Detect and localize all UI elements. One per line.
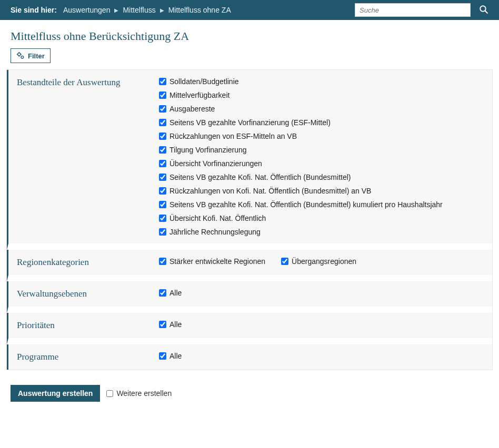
section-title: Bestandteile der Auswertung (17, 77, 159, 88)
checkbox-option[interactable]: Jährliche Rechnungslegung (159, 228, 484, 236)
option-checkbox[interactable] (159, 119, 166, 126)
option-checkbox[interactable] (281, 258, 288, 265)
checkbox-option[interactable]: Tilgung Vorfinanzierung (159, 146, 484, 154)
option-label: Übersicht Kofi. Nat. Öffentlich (169, 214, 266, 222)
option-label: Übergangsregionen (292, 257, 356, 266)
option-label: Rückzahlungen von Kofi. Nat. Öffentlich … (169, 187, 371, 195)
option-label: Solldaten/Budgetlinie (169, 77, 239, 86)
option-checkbox[interactable] (159, 352, 166, 360)
option-label: Ausgabereste (169, 105, 215, 113)
section-title: Programme (17, 352, 159, 362)
further-create-option[interactable]: Weitere erstellen (106, 389, 172, 398)
checkbox-option[interactable]: Stärker entwickelte Regionen (159, 257, 265, 266)
option-checkbox[interactable] (159, 133, 166, 140)
checkbox-option[interactable]: Rückzahlungen von ESF-Mitteln an VB (159, 132, 484, 140)
section-title: Prioritäten (17, 320, 159, 331)
section-programme: Programme Alle (7, 344, 492, 370)
option-checkbox[interactable] (159, 215, 166, 222)
filter-panel: Bestandteile der Auswertung Solldaten/Bu… (6, 69, 493, 370)
section-bestandteile: Bestandteile der Auswertung Solldaten/Bu… (7, 70, 492, 250)
page-title: Mittelfluss ohne Berücksichtigung ZA (0, 20, 499, 48)
option-checkbox[interactable] (159, 201, 166, 208)
checkbox-option[interactable]: Ausgabereste (159, 105, 484, 113)
option-checkbox[interactable] (159, 258, 166, 265)
section-regionen: Regionenkategorien Stärker entwickelte R… (7, 250, 492, 281)
search-icon (479, 5, 488, 14)
option-label: Alle (169, 289, 182, 297)
option-checkbox[interactable] (159, 321, 166, 328)
filter-button-label: Filter (28, 52, 45, 60)
option-checkbox[interactable] (159, 146, 166, 154)
section-title: Verwaltungsebenen (17, 289, 159, 299)
checkbox-option[interactable]: Übergangsregionen (281, 257, 356, 266)
option-checkbox[interactable] (159, 187, 166, 195)
further-create-checkbox[interactable] (106, 390, 113, 397)
option-checkbox[interactable] (159, 160, 166, 167)
option-label: Alle (169, 352, 182, 360)
checkbox-option[interactable]: Alle (159, 289, 182, 297)
breadcrumb-item-2[interactable]: Mittelfluss ohne ZA (168, 6, 231, 14)
search-input[interactable] (355, 3, 471, 17)
svg-point-0 (480, 6, 486, 12)
option-checkbox[interactable] (159, 78, 166, 85)
option-label: Übersicht Vorfinanzierungen (169, 159, 262, 168)
footer: Auswertung erstellen Weitere erstellen (0, 370, 499, 411)
option-checkbox[interactable] (159, 228, 166, 236)
checkbox-option[interactable]: Übersicht Kofi. Nat. Öffentlich (159, 214, 484, 222)
option-label: Seitens VB gezahlte Vorfinanzierung (ESF… (169, 118, 331, 127)
checkbox-option[interactable]: Seitens VB gezahlte Kofi. Nat. Öffentlic… (159, 200, 484, 209)
option-label: Mittelverfügbarkeit (169, 91, 229, 99)
checkbox-option[interactable]: Solldaten/Budgetlinie (159, 77, 484, 86)
header-bar: Sie sind hier: Auswertungen ▶ Mittelflus… (0, 0, 499, 20)
checkbox-option[interactable]: Seitens VB gezahlte Kofi. Nat. Öffentlic… (159, 173, 484, 181)
breadcrumb-label: Sie sind hier: (11, 6, 57, 14)
checkbox-option[interactable]: Alle (159, 352, 182, 360)
option-label: Seitens VB gezahlte Kofi. Nat. Öffentlic… (169, 200, 443, 209)
breadcrumb-item-1[interactable]: Mittelfluss (123, 6, 155, 14)
option-label: Seitens VB gezahlte Kofi. Nat. Öffentlic… (169, 173, 351, 181)
checkbox-option[interactable]: Seitens VB gezahlte Vorfinanzierung (ESF… (159, 118, 484, 127)
option-label: Tilgung Vorfinanzierung (169, 146, 247, 154)
section-verwaltung: Verwaltungsebenen Alle (7, 281, 492, 313)
svg-line-1 (485, 11, 487, 13)
option-checkbox[interactable] (159, 105, 166, 113)
chevron-right-icon: ▶ (114, 7, 118, 13)
svg-point-2 (18, 53, 21, 56)
checkbox-option[interactable]: Rückzahlungen von Kofi. Nat. Öffentlich … (159, 187, 484, 195)
further-create-label: Weitere erstellen (116, 389, 172, 398)
checkbox-option[interactable]: Mittelverfügbarkeit (159, 91, 484, 99)
option-label: Rückzahlungen von ESF-Mitteln an VB (169, 132, 297, 140)
option-label: Jährliche Rechnungslegung (169, 228, 261, 236)
search-button[interactable] (479, 5, 488, 16)
breadcrumb-item-0[interactable]: Auswertungen (63, 6, 111, 14)
option-checkbox[interactable] (159, 289, 166, 297)
checkbox-option[interactable]: Übersicht Vorfinanzierungen (159, 159, 484, 168)
checkbox-option[interactable]: Alle (159, 320, 182, 329)
option-label: Stärker entwickelte Regionen (169, 257, 265, 266)
section-title: Regionenkategorien (17, 257, 159, 268)
svg-point-3 (21, 56, 24, 58)
option-label: Alle (169, 320, 182, 329)
gears-icon (16, 52, 25, 60)
filter-button[interactable]: Filter (11, 48, 51, 63)
option-checkbox[interactable] (159, 91, 166, 99)
option-checkbox[interactable] (159, 174, 166, 181)
chevron-right-icon: ▶ (160, 7, 164, 13)
create-report-button[interactable]: Auswertung erstellen (11, 385, 100, 402)
section-prioritaeten: Prioritäten Alle (7, 313, 492, 344)
